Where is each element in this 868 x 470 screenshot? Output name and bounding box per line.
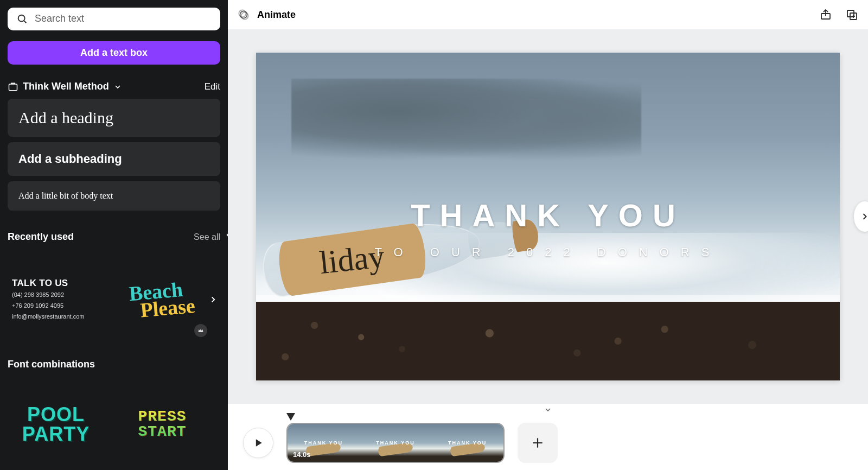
- thumb-title: THANK YOU: [304, 440, 343, 446]
- play-icon: [253, 437, 264, 448]
- add-page-button[interactable]: [518, 423, 558, 463]
- canvas-title-text[interactable]: THANK YOU: [256, 197, 840, 233]
- export-button[interactable]: [818, 7, 833, 22]
- add-subheading-button[interactable]: Add a subheading: [8, 142, 220, 176]
- timeline-collapse-toggle[interactable]: [228, 404, 868, 416]
- recent-text-template-1[interactable]: TALK TO US (04) 298 3985 2092 +76 209 10…: [8, 259, 104, 340]
- brand-kit-edit-link[interactable]: Edit: [205, 81, 220, 92]
- brand-kit-selector[interactable]: Think Well Method: [8, 81, 122, 92]
- upload-icon: [819, 8, 832, 21]
- template-line: PARTY: [22, 423, 90, 445]
- canvas-subtitle-text[interactable]: TO OUR 2022 DONORS: [256, 245, 840, 259]
- next-page-button[interactable]: [854, 201, 868, 232]
- font-combination-1[interactable]: POOLPARTY: [8, 386, 104, 462]
- recent-text-template-2[interactable]: Beach Please: [114, 259, 210, 340]
- clip-thumbnail: THANK YOU: [431, 424, 503, 462]
- thumb-title: THANK YOU: [376, 440, 414, 446]
- premium-badge-icon: [194, 324, 207, 337]
- copy-icon: [845, 8, 858, 21]
- recently-used-title: Recently used: [8, 231, 74, 243]
- playhead-marker[interactable]: [286, 413, 295, 421]
- search-text-input[interactable]: [35, 13, 212, 24]
- add-heading-button[interactable]: Add a heading: [8, 99, 220, 137]
- timeline-clip[interactable]: THANK YOU THANK YOU THANK YOU 14.0s: [286, 423, 505, 463]
- clip-thumbnail: THANK YOU: [360, 424, 432, 462]
- template-line: POOL: [27, 403, 85, 425]
- template-line: START: [138, 423, 186, 440]
- template-line: TALK TO US: [12, 278, 100, 289]
- add-text-box-button[interactable]: Add a text box: [8, 41, 220, 65]
- editor-main: Animate liday: [228, 0, 868, 470]
- plus-icon: [531, 436, 545, 450]
- template-line: PRESS: [138, 408, 186, 425]
- animate-button[interactable]: Animate: [237, 8, 296, 22]
- editor-topbar: Animate: [228, 0, 868, 29]
- text-panel-sidebar: Add a text box Think Well Method Edit Ad…: [0, 0, 228, 470]
- thumb-title: THANK YOU: [448, 440, 487, 446]
- recent-carousel-next[interactable]: [205, 291, 221, 308]
- svg-marker-12: [286, 413, 295, 421]
- canvas-area[interactable]: liday THANK YOU TO OUR 2022 DONORS: [228, 29, 868, 404]
- background-debris: [256, 302, 840, 380]
- font-combination-2[interactable]: PRESSSTART: [114, 386, 210, 462]
- add-body-text-button[interactable]: Add a little bit of body text: [8, 181, 220, 211]
- template-line: Please: [140, 297, 196, 319]
- brand-kit-icon: [8, 81, 18, 92]
- search-icon: [16, 13, 28, 25]
- chevron-down-icon: [113, 82, 122, 91]
- animate-label: Animate: [257, 9, 296, 21]
- svg-point-0: [18, 15, 25, 21]
- template-line: +76 209 1092 4095: [12, 302, 100, 310]
- template-line: info@mollysrestaurant.com: [12, 313, 100, 321]
- recently-used-see-all[interactable]: See all: [194, 232, 220, 242]
- design-canvas[interactable]: liday THANK YOU TO OUR 2022 DONORS: [256, 53, 840, 380]
- svg-marker-11: [256, 439, 262, 446]
- clip-duration-label: 14.0s: [293, 450, 311, 459]
- search-text-input-wrap[interactable]: [8, 8, 220, 30]
- brand-kit-name: Think Well Method: [23, 81, 109, 92]
- svg-rect-2: [9, 84, 17, 91]
- play-button[interactable]: [243, 428, 273, 458]
- chevron-right-icon: [208, 295, 218, 304]
- animate-icon: [237, 8, 251, 22]
- template-line: (04) 298 3985 2092: [12, 291, 100, 300]
- svg-line-1: [24, 21, 26, 23]
- chevron-down-icon: [544, 405, 552, 414]
- chevron-right-icon: [859, 211, 868, 222]
- timeline: THANK YOU THANK YOU THANK YOU 14.0s: [228, 416, 868, 470]
- font-combinations-title: Font combinations: [8, 359, 95, 370]
- copy-button[interactable]: [844, 7, 859, 22]
- background-rocks: [291, 79, 642, 161]
